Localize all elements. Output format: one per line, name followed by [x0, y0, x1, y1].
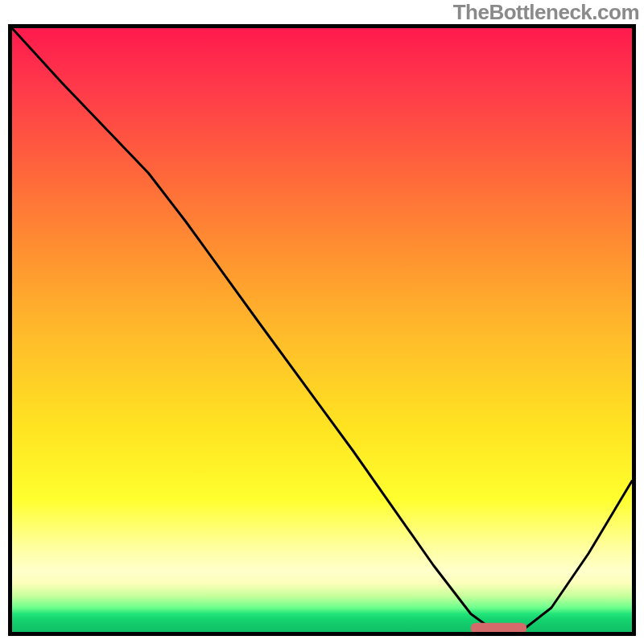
chart-frame: TheBottleneck.com [0, 0, 644, 644]
plot-area [8, 24, 636, 636]
watermark-text: TheBottleneck.com [453, 0, 639, 25]
plot-border [8, 24, 636, 636]
